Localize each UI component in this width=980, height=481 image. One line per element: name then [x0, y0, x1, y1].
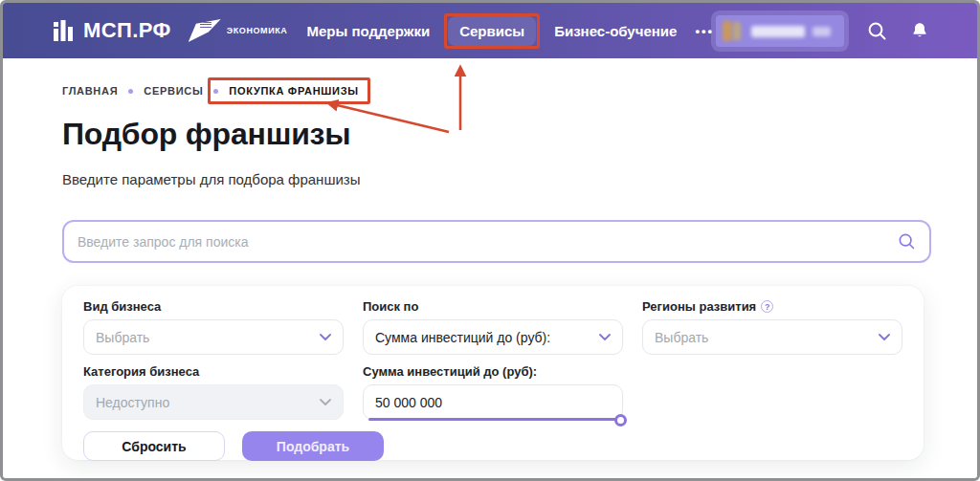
main-nav: Меры поддержки Сервисы Бизнес-обучение •…	[306, 16, 714, 46]
regions-label-text: Регионы развития	[642, 299, 756, 314]
breadcrumb-dot-icon	[213, 89, 218, 94]
investment-slider-handle[interactable]	[614, 414, 627, 426]
search-input[interactable]	[78, 234, 898, 250]
chevron-down-icon	[320, 399, 331, 405]
filter-business-type: Вид бизнеса Выбрать	[83, 299, 344, 355]
filter-search-by: Поиск по Сумма инвестиций до (руб):	[363, 299, 623, 355]
business-category-value: Недоступно	[96, 395, 169, 410]
investment-value: 50 000 000	[375, 395, 442, 410]
filter-regions: Регионы развития ? Выбрать	[642, 299, 902, 355]
economy-label: ЭКОНОМИКА	[227, 26, 288, 35]
reset-button[interactable]: Сбросить	[83, 431, 225, 461]
business-category-label: Категория бизнеса	[83, 364, 344, 379]
nav-services[interactable]: Сервисы	[448, 16, 536, 46]
breadcrumb-current-wrap: ПОКУПКА ФРАНШИЗЫ	[213, 85, 358, 97]
filter-investment-amount: Сумма инвестиций до (руб): 50 000 000	[363, 364, 623, 420]
filter-card: Вид бизнеса Выбрать Поиск по Сумма инвес…	[62, 286, 924, 460]
filter-actions: Сбросить Подобрать	[83, 431, 902, 461]
breadcrumb-services[interactable]: СЕРВИСЫ	[144, 85, 203, 97]
redacted-username	[751, 26, 805, 37]
economy-logo: ЭКОНОМИКА	[189, 19, 288, 42]
investment-label: Сумма инвестиций до (руб):	[363, 364, 623, 379]
franchise-search-box	[62, 220, 931, 263]
regions-select[interactable]: Выбрать	[642, 319, 902, 355]
chevron-down-icon	[320, 334, 331, 340]
help-icon[interactable]: ?	[761, 300, 773, 313]
regions-label: Регионы развития ?	[642, 299, 902, 314]
header: МСП.РФ ЭКОНОМИКА Меры поддержки Сервисы …	[3, 3, 977, 58]
filter-empty-cell	[642, 364, 902, 420]
search-by-select[interactable]: Сумма инвестиций до (руб):	[363, 319, 623, 355]
nav-business-education[interactable]: Бизнес-обучение	[554, 23, 677, 39]
page: МСП.РФ ЭКОНОМИКА Меры поддержки Сервисы …	[0, 0, 980, 481]
business-type-value: Выбрать	[96, 330, 149, 345]
national-projects-flag-icon	[189, 19, 221, 42]
bar-chart-logo-icon	[53, 19, 76, 42]
breadcrumb: ГЛАВНАЯ СЕРВИСЫ ПОКУПКА ФРАНШИЗЫ	[62, 85, 359, 97]
nav-services-label: Сервисы	[459, 23, 524, 39]
chevron-down-icon	[599, 334, 611, 340]
breadcrumb-franchise-purchase: ПОКУПКА ФРАНШИЗЫ	[229, 85, 358, 97]
header-right	[716, 15, 929, 47]
redacted-avatar	[723, 21, 732, 41]
investment-slider-track[interactable]	[368, 418, 617, 421]
search-field-icon[interactable]	[898, 232, 916, 251]
page-subtitle: Введите параметры для подбора франшизы	[62, 171, 360, 187]
search-by-label: Поиск по	[363, 299, 623, 314]
business-type-label: Вид бизнеса	[83, 299, 344, 314]
bell-icon[interactable]	[910, 21, 929, 41]
user-account-chip-redacted[interactable]	[716, 15, 844, 47]
chevron-down-icon	[879, 334, 890, 340]
nav-more-button[interactable]: •••	[695, 24, 714, 38]
business-category-select-disabled: Недоступно	[83, 384, 344, 420]
search-by-value: Сумма инвестиций до (руб):	[375, 330, 550, 345]
search-icon[interactable]	[867, 21, 887, 41]
page-title: Подбор франшизы	[62, 117, 350, 152]
redacted-avatar-2	[733, 22, 741, 40]
brand-logo[interactable]: МСП.РФ	[53, 18, 171, 43]
submit-button[interactable]: Подобрать	[242, 431, 384, 461]
brand-name: МСП.РФ	[83, 18, 171, 43]
breadcrumb-home[interactable]: ГЛАВНАЯ	[62, 85, 118, 97]
breadcrumb-dot-icon	[128, 89, 133, 94]
investment-input[interactable]: 50 000 000	[363, 384, 623, 420]
filter-business-category: Категория бизнеса Недоступно	[83, 364, 344, 420]
business-type-select[interactable]: Выбрать	[83, 319, 344, 355]
nav-support-measures[interactable]: Меры поддержки	[306, 23, 430, 39]
regions-value: Выбрать	[655, 330, 708, 345]
redacted-text	[813, 27, 831, 36]
